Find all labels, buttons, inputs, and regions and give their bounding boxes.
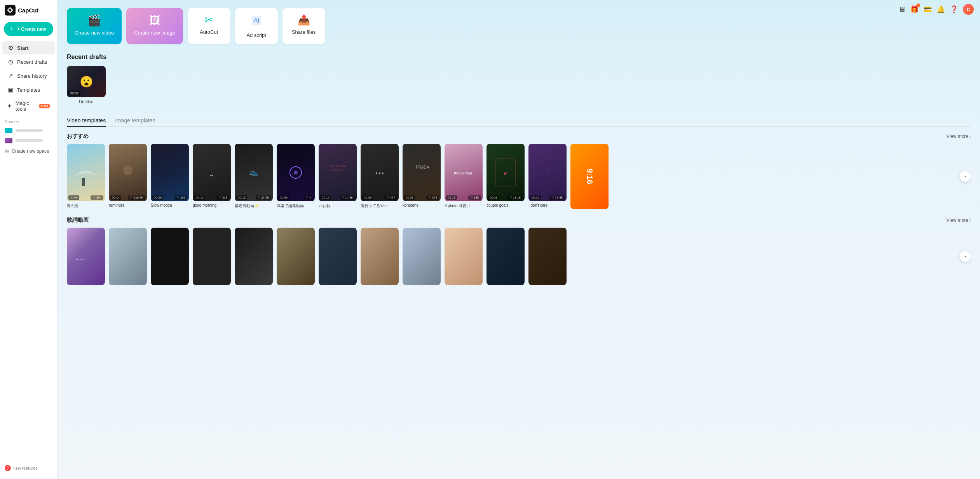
- create-video-card[interactable]: 🎬 Create new video: [67, 8, 122, 44]
- draft-title: Untitled: [67, 99, 106, 104]
- lyric-card-l7[interactable]: [319, 228, 357, 285]
- template-card-t13[interactable]: 9:16: [570, 144, 609, 209]
- lyric-thumb-l6: [277, 228, 315, 285]
- lyric-card-l1[interactable]: ♠ lyrics: [67, 228, 105, 285]
- osusume-scroll-right[interactable]: ›: [960, 171, 971, 182]
- template-thumb-t4: ♠♦ 00:13 ♡ 323: [193, 144, 231, 201]
- svg-text:👟: 👟: [249, 167, 259, 176]
- t13-label: 9:16: [585, 169, 594, 184]
- template-card-t12[interactable]: ♡ 00:12 ♡ 77.4K I don't care: [528, 144, 567, 209]
- templates-tabs: Video templates Image templates: [67, 115, 971, 127]
- lyric-scroll-right[interactable]: ›: [960, 251, 971, 262]
- sidebar-item-recent-drafts[interactable]: ◷ Recent drafts: [2, 55, 55, 68]
- osusume-view-more[interactable]: View more ›: [947, 134, 971, 139]
- osusume-title: おすすめ: [67, 133, 89, 140]
- home-icon: ⊙: [7, 44, 14, 51]
- lyric-thumb-l4: [193, 228, 231, 285]
- lyric-card-l5[interactable]: [235, 228, 273, 285]
- template-card-t7[interactable]: パンチフラのこうやって 00:12 ♡ 14.8K いおね: [319, 144, 357, 209]
- lyric-card-l3[interactable]: [151, 228, 189, 285]
- sidebar: CapCut ＋ + Create new ⊙ Start ◷ Recent d…: [0, 0, 58, 479]
- lyric-thumb-l10: [445, 228, 483, 285]
- template-card-t6[interactable]: 00:06 ♡ 7 洋楽で編集動画: [277, 144, 315, 209]
- lyric-card-l11[interactable]: [487, 228, 525, 285]
- lyric-card-l2[interactable]: [109, 228, 147, 285]
- share-files-card[interactable]: 📤 Share files: [282, 8, 325, 44]
- autocut-label: AutoCut: [200, 29, 218, 35]
- share-history-icon: ↗: [7, 72, 14, 79]
- svg-text:AI: AI: [253, 17, 259, 24]
- space-item-1[interactable]: [0, 125, 57, 136]
- ad-script-label: Ad script: [246, 32, 266, 38]
- lyric-card-l4[interactable]: [193, 228, 231, 285]
- template-thumb-t10: Photo Your 00:13 ♡ 13K: [445, 144, 483, 201]
- template-thumb-t5: 👟 00:13 ♡ 27.7K: [235, 144, 273, 201]
- lyric-card-l9[interactable]: [403, 228, 441, 285]
- draft-card-1[interactable]: 😮 00:07 Untitled: [67, 66, 106, 104]
- lyric-view-more[interactable]: View more ›: [947, 218, 971, 223]
- create-new-space[interactable]: ⊕ Create new space: [0, 146, 57, 157]
- avatar[interactable]: C: [963, 4, 974, 15]
- space-name-1: [16, 129, 43, 132]
- lyric-card-l8[interactable]: [361, 228, 399, 285]
- ad-script-card[interactable]: AI Ad script: [235, 8, 278, 44]
- new-features-row[interactable]: ? New features: [0, 462, 57, 474]
- svg-point-6: [123, 166, 133, 175]
- lyric-thumb-l5: [235, 228, 273, 285]
- template-card-t10[interactable]: Photo Your 00:13 ♡ 13K 3 photo 可愛い: [445, 144, 483, 209]
- svg-text:PRADA: PRADA: [416, 165, 429, 169]
- sidebar-item-start[interactable]: ⊙ Start: [2, 41, 55, 54]
- help-icon[interactable]: ❓: [950, 5, 958, 14]
- plus-circle-icon: ⊕: [5, 148, 9, 154]
- autocut-icon: ✂: [205, 14, 213, 26]
- image-icon: 🖼: [149, 14, 160, 27]
- space-color-teal: [5, 128, 12, 133]
- tab-image-templates[interactable]: Image templates: [115, 115, 155, 127]
- space-item-2[interactable]: [0, 136, 57, 146]
- spaces-label: Spaces: [0, 115, 57, 125]
- t1-stat: ♡ 394: [91, 195, 103, 200]
- sidebar-item-magic-tools[interactable]: ✦ Magic tools Beta: [2, 97, 55, 115]
- template-thumb-t11: 💕 00:31 ♡ 11.1K: [487, 144, 525, 201]
- create-image-card[interactable]: 🖼 Create new image: [126, 8, 183, 44]
- lyric-card-l12[interactable]: [528, 228, 567, 285]
- osusume-header: おすすめ View more ›: [67, 133, 971, 140]
- tab-video-templates[interactable]: Video templates: [67, 115, 106, 127]
- template-card-t11[interactable]: 💕 00:31 ♡ 11.1K couple goals: [487, 144, 525, 209]
- lyric-thumb-l1: ♠ lyrics: [67, 228, 105, 285]
- monitor-icon[interactable]: 🖥: [898, 5, 905, 14]
- bell-icon[interactable]: 🔔: [936, 5, 945, 14]
- template-thumb-t1: 00:06 ♡ 394: [67, 144, 105, 201]
- lyric-thumb-l3: [151, 228, 189, 285]
- template-thumb-t8: ★★★ 00:09 ♡ 477: [361, 144, 399, 201]
- template-thumb-t2: 00:14 ♡ 218.7K: [109, 144, 147, 201]
- sidebar-item-templates[interactable]: ▣ Templates: [2, 83, 55, 96]
- template-card-t4[interactable]: ♠♦ 00:13 ♡ 323 good morning: [193, 144, 231, 209]
- svg-text:★★★: ★★★: [375, 171, 384, 175]
- template-card-t2[interactable]: 00:14 ♡ 218.7K reminder: [109, 144, 147, 209]
- clock-icon: ◷: [7, 58, 14, 65]
- lyric-thumb-l9: [403, 228, 441, 285]
- gift-badge: [916, 3, 920, 7]
- autocut-card[interactable]: ✂ AutoCut: [188, 8, 230, 44]
- lyric-card-l10[interactable]: [445, 228, 483, 285]
- space-name-2: [16, 139, 43, 142]
- template-card-t3[interactable]: 00:20 ♡ 192 Slow motion: [151, 144, 189, 209]
- lyric-thumb-l8: [361, 228, 399, 285]
- t1-duration: 00:06: [68, 195, 79, 200]
- create-new-button[interactable]: ＋ + Create new: [4, 22, 53, 36]
- templates-icon: ▣: [7, 86, 14, 93]
- svg-rect-4: [82, 178, 85, 186]
- card-icon[interactable]: 💳: [923, 5, 932, 14]
- gift-icon[interactable]: 🎁: [910, 5, 919, 14]
- template-card-t8[interactable]: ★★★ 00:09 ♡ 477 流行ってるやつ: [361, 144, 399, 209]
- template-card-t1[interactable]: 00:06 ♡ 394 海の波: [67, 144, 105, 209]
- logo-text: CapCut: [18, 7, 38, 14]
- sidebar-item-share-history[interactable]: ↗ Share history: [2, 69, 55, 82]
- recent-drafts-title: Recent drafts: [67, 54, 971, 61]
- template-card-t5[interactable]: 👟 00:13 ♡ 27.7K 群迷気動画✨: [235, 144, 273, 209]
- template-card-t9[interactable]: PRADA 00:33 ♡ 354 koresene: [403, 144, 441, 209]
- lyric-card-l6[interactable]: [277, 228, 315, 285]
- svg-text:Photo Your: Photo Your: [454, 171, 473, 175]
- lyric-title: 歌詞動画: [67, 217, 89, 224]
